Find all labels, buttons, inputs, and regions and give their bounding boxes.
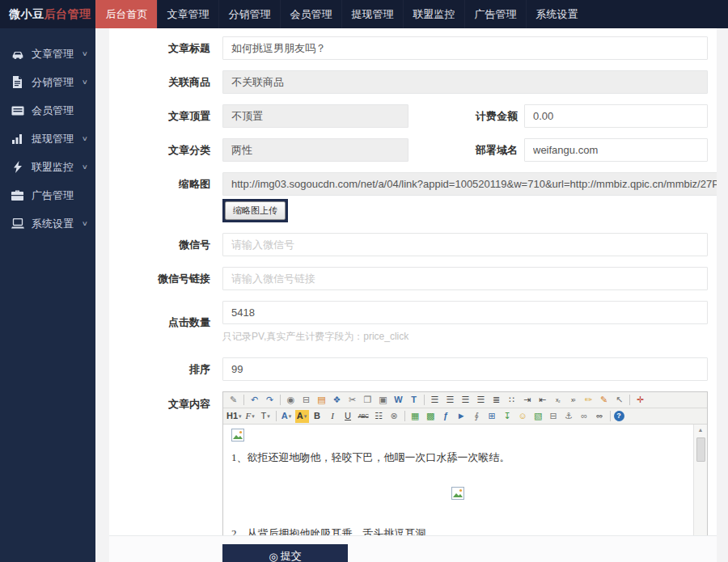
align-justify-icon[interactable]: ☰ (474, 394, 488, 407)
superscript-icon[interactable]: x² (566, 394, 580, 407)
chevron-down-icon: ∨ (82, 220, 88, 227)
article-category-field[interactable]: 两性 (222, 138, 408, 162)
remove-format-icon[interactable]: ⊗ (387, 410, 401, 423)
fullscreen-icon[interactable]: ✛ (633, 394, 647, 407)
align-center-icon[interactable]: ☰ (443, 394, 457, 407)
editor-document: 1、欲拒还迎地吻他，轻咬下巴，他咽一次口水舔一次喉结。 2、从背后拥抱他吮吸耳垂… (223, 425, 707, 535)
wechat-id-label: 微信号 (109, 238, 210, 252)
sidebar-item-member-mgmt[interactable]: 会员管理 (0, 96, 95, 125)
bold-icon[interactable]: B (311, 410, 324, 423)
page-break-icon[interactable]: ⊟ (547, 410, 561, 423)
related-product-field[interactable]: 不关联商品 (222, 70, 708, 94)
insert-hr-icon[interactable]: ↧ (501, 410, 514, 423)
image-map-icon[interactable]: ▧ (531, 410, 545, 423)
sidebar-item-article-mgmt[interactable]: 文章管理 ∨ (0, 40, 95, 68)
deploy-domain-input[interactable] (524, 138, 708, 162)
anchor-icon[interactable]: ⚓ (562, 410, 576, 423)
top-nav: 后台首页 文章管理 分销管理 会员管理 提现管理 联盟监控 广告管理 系统设置 (95, 0, 587, 28)
sidebar-item-system-settings[interactable]: 系统设置 ∨ (0, 209, 95, 238)
indent-icon[interactable]: ⇥ (520, 394, 534, 407)
flash-icon[interactable]: ƒ (439, 410, 453, 423)
paste-word-icon[interactable]: W (392, 394, 405, 407)
preview-icon[interactable]: ◉ (284, 394, 298, 407)
sidebar-item-distribution-mgmt[interactable]: 分销管理 ∨ (0, 68, 95, 96)
tab-article-mgmt[interactable]: 文章管理 (157, 0, 218, 28)
thumbnail-upload-button[interactable]: 缩略图上传 (225, 201, 286, 220)
dropdown-caret-icon: ▾ (267, 413, 270, 419)
media-icon[interactable]: ► (455, 410, 468, 423)
sort-order-input[interactable] (222, 357, 708, 381)
article-top-field[interactable]: 不顶置 (222, 104, 408, 128)
code-icon[interactable]: ❖ (330, 394, 344, 407)
subscript-icon[interactable]: x₂ (551, 394, 565, 407)
scroll-up-icon[interactable]: ▲ (698, 425, 704, 436)
attachment-icon[interactable]: ∮ (470, 410, 484, 423)
wechat-id-input[interactable] (222, 233, 708, 256)
highlight-color-icon[interactable]: A▾ (295, 410, 309, 423)
copy-icon[interactable]: ❐ (361, 394, 375, 407)
scrollbar-thumb[interactable] (696, 437, 705, 462)
table-icon[interactable]: ⊞ (485, 410, 499, 423)
article-title-input[interactable] (222, 36, 708, 60)
broken-image-placeholder (231, 429, 684, 445)
dropdown-caret-icon: ▾ (289, 413, 292, 419)
template-icon[interactable]: ▤ (315, 394, 328, 407)
tab-member-mgmt[interactable]: 会员管理 (280, 0, 341, 28)
unordered-list-icon[interactable]: ∷ (505, 394, 518, 407)
tab-system-settings[interactable]: 系统设置 (526, 0, 587, 28)
sidebar-item-label: 联盟监控 (32, 160, 74, 175)
wechat-link-input[interactable] (222, 267, 708, 290)
tab-home[interactable]: 后台首页 (95, 0, 157, 28)
link-icon[interactable]: ∞ (578, 410, 591, 423)
tab-alliance-monitor[interactable]: 联盟监控 (403, 0, 464, 28)
tab-ad-mgmt[interactable]: 广告管理 (464, 0, 526, 28)
chevron-down-icon: ∨ (82, 163, 88, 171)
font-size-icon[interactable]: T▾ (259, 410, 273, 423)
form-row-article-content: 文章内容 ✎↶↷◉⊟▤❖✂❐▣WT☰☰☰☰≣∷⇥⇤x₂x²✏✎↖✛ H1▾F▾T… (109, 391, 717, 535)
outdent-icon[interactable]: ⇤ (535, 394, 549, 407)
tab-withdraw-mgmt[interactable]: 提现管理 (341, 0, 403, 28)
paste-icon[interactable]: ▣ (376, 394, 390, 407)
undo-icon[interactable]: ↶ (248, 394, 261, 407)
toolbar-separator (424, 395, 425, 405)
emoticon-icon[interactable]: ☺ (516, 410, 530, 423)
italic-icon[interactable]: I (326, 410, 340, 423)
form-row-click-count: 点击数量 只记录PV,真实产生计费字段为：price_click (109, 301, 717, 344)
submit-button-label: 提交 (281, 549, 302, 562)
strikethrough-icon[interactable]: ABC (357, 410, 370, 423)
ordered-list-icon[interactable]: ≣ (489, 394, 503, 407)
tab-distribution-mgmt[interactable]: 分销管理 (218, 0, 280, 28)
format-painter-icon[interactable]: ✏ (582, 394, 595, 407)
insert-image-icon[interactable]: ▦ (408, 410, 422, 423)
sidebar-item-alliance-monitor[interactable]: 联盟监控 ∨ (0, 153, 95, 181)
font-family-icon[interactable]: F▾ (243, 410, 257, 423)
billing-amount-input[interactable] (524, 104, 708, 128)
align-left-icon[interactable]: ☰ (428, 394, 442, 407)
form-row-wechat-id: 微信号 (109, 233, 717, 256)
sidebar-item-ad-mgmt[interactable]: 广告管理 (0, 181, 95, 209)
print-icon[interactable]: ⊟ (299, 394, 313, 407)
redo-icon[interactable]: ↷ (263, 394, 277, 407)
align-right-icon[interactable]: ☰ (459, 394, 472, 407)
editor-paragraph: 1、欲拒还迎地吻他，轻咬下巴，他咽一次口水舔一次喉结。 (231, 450, 684, 465)
source-icon[interactable]: ✎ (226, 394, 240, 407)
editor-scrollbar[interactable]: ▲ ▼ (693, 425, 707, 535)
paste-text-icon[interactable]: T (407, 394, 421, 407)
unlink-icon[interactable]: ∞ (593, 410, 607, 423)
line-height-icon[interactable]: ☷ (372, 410, 386, 423)
submit-button[interactable]: ◎ 提交 (222, 544, 348, 562)
editor-content-area[interactable]: 1、欲拒还迎地吻他，轻咬下巴，他咽一次口水舔一次喉结。 2、从背后拥抱他吮吸耳垂… (223, 425, 707, 535)
multi-image-icon[interactable]: ▩ (424, 410, 438, 423)
thumbnail-url-field[interactable]: http://img03.sogoucdn.com/net/a/04/link?… (222, 172, 717, 196)
click-count-input[interactable] (222, 301, 708, 324)
text-color-icon[interactable]: A▾ (280, 410, 294, 423)
cut-icon[interactable]: ✂ (345, 394, 359, 407)
underline-icon[interactable]: U (341, 410, 355, 423)
select-all-icon[interactable]: ↖ (612, 394, 626, 407)
quick-format-icon[interactable]: ✎ (597, 394, 611, 407)
thumbnail-upload-wrapper[interactable]: 缩略图上传 (222, 199, 288, 222)
about-icon[interactable]: ? (614, 411, 624, 421)
toolbar-separator (404, 411, 405, 421)
heading-format-icon[interactable]: H1▾ (226, 410, 242, 423)
sidebar-item-withdraw-mgmt[interactable]: 提现管理 ∨ (0, 125, 95, 153)
